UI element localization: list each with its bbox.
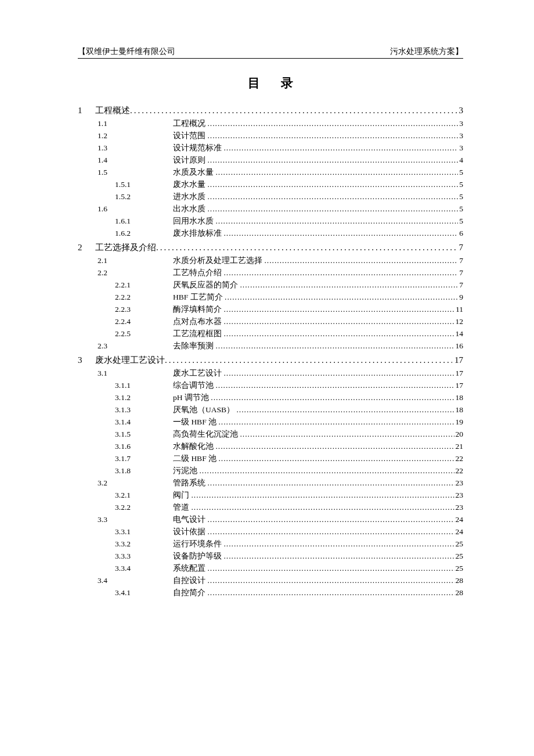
toc-text: 进水水质 bbox=[173, 192, 205, 202]
toc-page: 28 bbox=[454, 588, 464, 597]
toc-text: 点对点布水器 bbox=[173, 316, 222, 327]
toc-entry[interactable]: 1.5.2进水水质 5 bbox=[78, 192, 463, 202]
toc-text: 自控简介 bbox=[173, 588, 205, 598]
toc-number: 3 bbox=[78, 355, 95, 365]
title-part-b: 录 bbox=[281, 76, 293, 90]
toc-leader bbox=[156, 243, 457, 253]
toc-number: 3.4 bbox=[98, 576, 173, 585]
toc-text: 去除率预测 bbox=[173, 341, 214, 351]
toc-page: 5 bbox=[458, 204, 463, 214]
toc-leader bbox=[207, 588, 454, 597]
toc-entry[interactable]: 3.2.1阀门 23 bbox=[78, 490, 463, 501]
toc-text: 工艺特点介绍 bbox=[173, 268, 222, 278]
toc-page: 18 bbox=[454, 405, 464, 415]
toc-entry[interactable]: 3.1.8污泥池 22 bbox=[78, 466, 463, 476]
toc-page: 5 bbox=[458, 180, 463, 189]
toc-leader bbox=[191, 491, 454, 500]
toc-leader bbox=[223, 552, 454, 561]
toc-entry[interactable]: 3.3.2运行环境条件 25 bbox=[78, 539, 463, 549]
toc-leader bbox=[207, 180, 458, 189]
toc-leader bbox=[223, 317, 454, 326]
toc-number: 2.1 bbox=[98, 256, 173, 265]
toc-page: 9 bbox=[458, 293, 463, 302]
header-right: 污水处理系统方案】 bbox=[390, 46, 463, 57]
toc-number: 3.1.7 bbox=[115, 454, 173, 463]
toc-leader bbox=[223, 369, 454, 378]
toc-entry[interactable]: 2.2.2HBF 工艺简介 9 bbox=[78, 292, 463, 303]
toc-number: 2.2.1 bbox=[115, 280, 173, 290]
toc-entry[interactable]: 3.1.6水解酸化池 21 bbox=[78, 441, 463, 452]
toc-leader bbox=[191, 503, 454, 512]
toc-number: 3.2 bbox=[98, 478, 173, 488]
toc-number: 1.4 bbox=[98, 156, 173, 165]
toc-page: 3 bbox=[458, 143, 463, 153]
toc-page: 6 bbox=[458, 229, 463, 238]
toc-page: 11 bbox=[454, 305, 463, 314]
toc-entry[interactable]: 1.3设计规范标准 3 bbox=[78, 143, 463, 153]
toc-page: 21 bbox=[454, 442, 464, 451]
toc-entry[interactable]: 3.3.3设备防护等级 25 bbox=[78, 551, 463, 561]
toc-text: 工程概况 bbox=[173, 118, 205, 129]
toc-entry[interactable]: 2.2.1厌氧反应器的简介 7 bbox=[78, 280, 463, 290]
toc-leader bbox=[207, 527, 454, 537]
toc-entry[interactable]: 3.1废水工艺设计 17 bbox=[78, 368, 463, 379]
toc-leader bbox=[223, 268, 458, 278]
toc-number: 3.4.1 bbox=[115, 588, 173, 597]
toc-entry[interactable]: 3.2.2管道 23 bbox=[78, 502, 463, 513]
toc-leader bbox=[264, 256, 458, 265]
toc-entry[interactable]: 3.1.7二级 HBF 池 22 bbox=[78, 453, 463, 464]
toc-page: 25 bbox=[454, 552, 464, 561]
toc-entry[interactable]: 3.3电气设计 24 bbox=[78, 514, 463, 525]
toc-number: 3.2.2 bbox=[115, 503, 173, 512]
toc-entry[interactable]: 2.1水质分析及处理工艺选择 7 bbox=[78, 255, 463, 266]
toc-number: 3.2.1 bbox=[115, 491, 173, 500]
toc-leader bbox=[215, 217, 458, 226]
toc-number: 1.6.2 bbox=[115, 229, 173, 238]
toc-number: 3.3.3 bbox=[115, 552, 173, 561]
toc-entry[interactable]: 3.4.1自控简介 28 bbox=[78, 588, 463, 598]
toc-entry[interactable]: 3.1.4一级 HBF 池 19 bbox=[78, 417, 463, 427]
toc-entry[interactable]: 3.1.3厌氧池（UASB） 18 bbox=[78, 405, 463, 415]
toc-page: 24 bbox=[454, 527, 464, 537]
toc-entry[interactable]: 3.4自控设计 28 bbox=[78, 575, 463, 586]
toc-entry[interactable]: 3.3.4系统配置 25 bbox=[78, 563, 463, 574]
toc-page: 3 bbox=[457, 106, 464, 116]
toc-number: 1 bbox=[78, 106, 95, 116]
title-part-a: 目 bbox=[248, 76, 260, 90]
toc-text: 酶浮填料简介 bbox=[173, 304, 222, 315]
toc-text: 水解酸化池 bbox=[173, 441, 214, 452]
toc-leader bbox=[165, 355, 452, 365]
toc-entry[interactable]: 1.5水质及水量 5 bbox=[78, 167, 463, 178]
toc-page: 17 bbox=[454, 369, 464, 378]
toc-entry[interactable]: 2.2.5工艺流程框图 14 bbox=[78, 329, 463, 339]
toc-entry[interactable]: 1.1工程概况 3 bbox=[78, 118, 463, 129]
toc-entry[interactable]: 2.3去除率预测 16 bbox=[78, 341, 463, 351]
toc-entry[interactable]: 2工艺选择及介绍7 bbox=[78, 242, 463, 253]
toc-text: 二级 HBF 池 bbox=[173, 453, 217, 464]
toc-entry[interactable]: 3.1.1综合调节池 17 bbox=[78, 380, 463, 391]
toc-entry[interactable]: 3.1.2pH 调节池 18 bbox=[78, 393, 463, 403]
toc-entry[interactable]: 1.4设计原则 4 bbox=[78, 155, 463, 165]
toc-text: 系统配置 bbox=[173, 563, 205, 574]
toc-entry[interactable]: 1.5.1废水水量 5 bbox=[78, 179, 463, 190]
toc-entry[interactable]: 1.6.2废水排放标准 6 bbox=[78, 228, 463, 239]
toc-text: 自控设计 bbox=[173, 575, 205, 586]
toc-number: 3.3 bbox=[98, 515, 173, 524]
toc-entry[interactable]: 2.2.4点对点布水器 12 bbox=[78, 316, 463, 327]
toc-entry[interactable]: 1.6.1回用水水质 5 bbox=[78, 216, 463, 226]
toc-number: 2.2.5 bbox=[115, 329, 173, 339]
toc-entry[interactable]: 2.2.3酶浮填料简介 11 bbox=[78, 304, 463, 315]
toc-page: 5 bbox=[458, 192, 463, 201]
toc-entry[interactable]: 2.2工艺特点介绍 7 bbox=[78, 268, 463, 278]
toc-entry[interactable]: 3.3.1设计依据 24 bbox=[78, 527, 463, 537]
toc-number: 3.1.3 bbox=[115, 405, 173, 415]
toc-entry[interactable]: 1.2设计范围 3 bbox=[78, 131, 463, 141]
toc-leader bbox=[236, 405, 454, 415]
toc-entry[interactable]: 1工程概述3 bbox=[78, 105, 463, 116]
toc-entry[interactable]: 3废水处理工艺设计17 bbox=[78, 355, 463, 366]
toc-entry[interactable]: 3.2管路系统 23 bbox=[78, 478, 463, 488]
toc-entry[interactable]: 1.6出水水质 5 bbox=[78, 204, 463, 214]
toc-number: 2.2.3 bbox=[115, 305, 173, 314]
toc-entry[interactable]: 3.1.5高负荷生化沉淀池 20 bbox=[78, 429, 463, 440]
toc-leader bbox=[207, 204, 458, 214]
